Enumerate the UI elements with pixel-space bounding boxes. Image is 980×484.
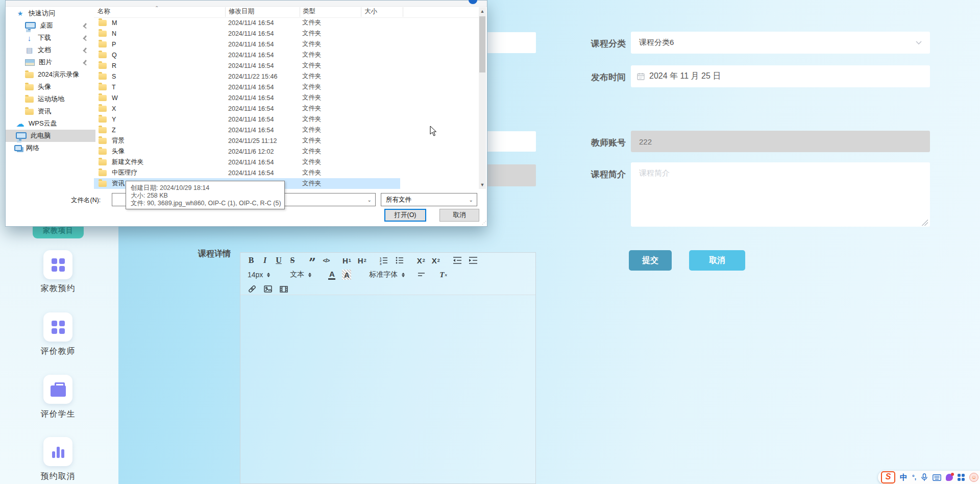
file-list-row[interactable]: Q 2024/11/4 16:54 文件夹 xyxy=(94,50,400,60)
dialog-cancel-button[interactable]: 取消 xyxy=(439,209,479,222)
sidebar-item-label[interactable]: 评价学生 xyxy=(23,409,92,420)
open-button[interactable]: 打开(O) xyxy=(384,209,426,222)
ime-chinese-mode-icon[interactable]: 中 xyxy=(900,473,908,482)
folder-icon xyxy=(99,181,107,187)
font-size-dropdown[interactable]: 14px xyxy=(248,270,270,280)
indent-icon[interactable] xyxy=(469,255,478,265)
file-list-row[interactable]: P 2024/11/4 16:54 文件夹 xyxy=(94,39,400,50)
folder-icon xyxy=(99,74,107,80)
sidebar-item-label[interactable]: 评价教师 xyxy=(23,346,92,357)
microphone-icon[interactable] xyxy=(921,473,928,481)
file-list-row[interactable]: 头像 2024/11/6 12:02 文件夹 xyxy=(94,146,400,157)
dialog-nav-item[interactable]: 桌面 xyxy=(6,19,95,32)
dialog-nav-item[interactable]: 头像 xyxy=(6,81,95,93)
scroll-down-icon[interactable]: ▼ xyxy=(479,181,486,189)
dialog-nav-item[interactable]: 运动场地 xyxy=(6,93,95,105)
font-family-dropdown[interactable]: 标准字体 xyxy=(369,270,405,280)
file-list-row[interactable]: M 2024/11/4 16:54 文件夹 xyxy=(94,17,400,28)
sidebar-item-tutor-booking[interactable] xyxy=(43,250,72,279)
ordered-list-icon[interactable]: 123 xyxy=(379,255,388,265)
sidebar-item-rate-teacher[interactable] xyxy=(43,312,72,342)
image-icon[interactable] xyxy=(263,284,273,294)
link-icon[interactable] xyxy=(248,284,257,294)
text-color-button[interactable]: A xyxy=(328,270,335,280)
blockquote-button[interactable]: ” xyxy=(309,253,316,268)
file-list-row[interactable]: S 2024/11/22 15:46 文件夹 xyxy=(94,71,400,82)
column-header-name[interactable]: 名称 xyxy=(97,7,110,16)
subscript-button[interactable]: X2 xyxy=(417,255,425,265)
file-type-filter-dropdown[interactable]: 所有文件 ⌄ xyxy=(381,193,477,206)
nav-item-icon xyxy=(25,109,34,115)
bullet-list-icon[interactable] xyxy=(395,255,404,265)
chevron-down-icon: ⌄ xyxy=(368,197,372,203)
sidebar-item-rate-student[interactable] xyxy=(43,375,72,404)
outdent-icon[interactable] xyxy=(453,255,462,265)
nav-item-icon xyxy=(25,22,36,29)
code-block-button[interactable]: </> xyxy=(323,255,330,265)
sidebar-item-label[interactable]: 预约取消 xyxy=(23,471,92,482)
file-list-row[interactable]: X 2024/11/4 16:54 文件夹 xyxy=(94,103,400,114)
underline-button[interactable]: U xyxy=(275,255,282,265)
course-intro-textarea[interactable] xyxy=(631,162,930,227)
ime-punctuation-icon[interactable]: °, xyxy=(912,474,916,481)
column-header-type[interactable]: 类型 xyxy=(303,7,315,16)
bar-chart-icon xyxy=(52,446,65,458)
dialog-nav-item[interactable]: 资讯 xyxy=(6,105,95,117)
highlight-color-button[interactable]: A xyxy=(342,270,351,280)
file-list-row[interactable]: T 2024/11/4 16:54 文件夹 xyxy=(94,82,400,92)
file-list-row[interactable]: W 2024/11/4 16:54 文件夹 xyxy=(94,92,400,103)
sidebar-item-label[interactable]: 家教预约 xyxy=(23,283,92,294)
file-list-row[interactable]: Z 2024/11/4 16:54 文件夹 xyxy=(94,125,400,135)
publish-time-datepicker[interactable]: 2024 年 11 月 25 日 xyxy=(631,65,930,87)
dialog-nav-item[interactable]: 图片 xyxy=(6,56,95,68)
superscript-button[interactable]: X2 xyxy=(432,255,440,265)
submit-button[interactable]: 提交 xyxy=(629,250,672,271)
updown-arrows-icon xyxy=(402,273,405,277)
keyboard-icon[interactable] xyxy=(933,474,941,481)
file-list-row[interactable]: 背景 2024/11/25 11:12 文件夹 xyxy=(94,135,400,146)
file-list-row[interactable]: 中医理疗 2024/11/4 16:54 文件夹 xyxy=(94,167,400,178)
file-list-row[interactable]: Y 2024/11/4 16:54 文件夹 xyxy=(94,114,400,125)
file-list-row[interactable]: N 2024/11/4 16:54 文件夹 xyxy=(94,28,400,39)
column-header-size[interactable]: 大小 xyxy=(364,7,377,16)
teacher-account-input: 222 xyxy=(631,131,930,152)
dialog-nav-item[interactable]: 下载 xyxy=(6,32,95,44)
italic-button[interactable]: I xyxy=(261,255,268,265)
sidebar-item-booking-cancel[interactable] xyxy=(43,437,72,466)
nav-item-icon xyxy=(25,72,34,78)
dialog-nav-item[interactable]: 此电脑 xyxy=(6,130,95,142)
form-cancel-button[interactable]: 取消 xyxy=(689,250,745,271)
textarea-resize-handle[interactable] xyxy=(922,220,928,226)
scrollbar-thumb[interactable] xyxy=(479,16,485,72)
file-list-row[interactable]: 新建文件夹 2024/11/4 16:54 文件夹 xyxy=(94,157,400,167)
ime-toolbox-icon[interactable] xyxy=(958,474,965,481)
sogou-logo-icon[interactable]: S xyxy=(881,471,895,483)
editor-section-label: 课程详情 xyxy=(198,249,231,259)
dialog-nav-item[interactable]: 网络 xyxy=(6,142,95,154)
folder-icon xyxy=(99,149,107,155)
heading1-button[interactable]: H1 xyxy=(342,255,351,265)
pin-icon xyxy=(83,35,87,41)
teacher-account-label: 教师账号 xyxy=(585,137,626,149)
clear-format-button[interactable]: Tx xyxy=(439,270,447,280)
list-scrollbar[interactable]: ▲ ▼ xyxy=(479,7,486,189)
scroll-up-icon[interactable]: ▲ xyxy=(479,7,486,15)
dialog-nav-item[interactable]: WPS云盘 xyxy=(6,117,95,130)
rich-text-content-area[interactable] xyxy=(240,295,536,484)
heading2-button[interactable]: H2 xyxy=(358,255,366,265)
dialog-nav-item[interactable]: 文档 xyxy=(6,44,95,56)
column-header-date[interactable]: 修改日期 xyxy=(229,7,254,16)
dialog-nav-item[interactable]: 快速访问 xyxy=(6,7,95,19)
text-style-dropdown[interactable]: 文本 xyxy=(290,270,311,280)
nav-item-icon xyxy=(14,145,22,151)
bold-button[interactable]: B xyxy=(248,255,255,265)
align-icon[interactable] xyxy=(418,270,427,280)
emoji-icon[interactable]: ☺ xyxy=(969,473,978,482)
ime-skin-icon[interactable] xyxy=(946,474,953,481)
strikethrough-button[interactable]: S xyxy=(289,255,296,265)
course-category-select[interactable]: 课程分类6 xyxy=(631,32,930,54)
video-icon[interactable] xyxy=(279,284,288,294)
dialog-resize-grip[interactable]: ⋰ xyxy=(482,220,486,225)
file-list-row[interactable]: R 2024/11/4 16:54 文件夹 xyxy=(94,60,400,71)
dialog-nav-item[interactable]: 2024演示录像 xyxy=(6,68,95,81)
